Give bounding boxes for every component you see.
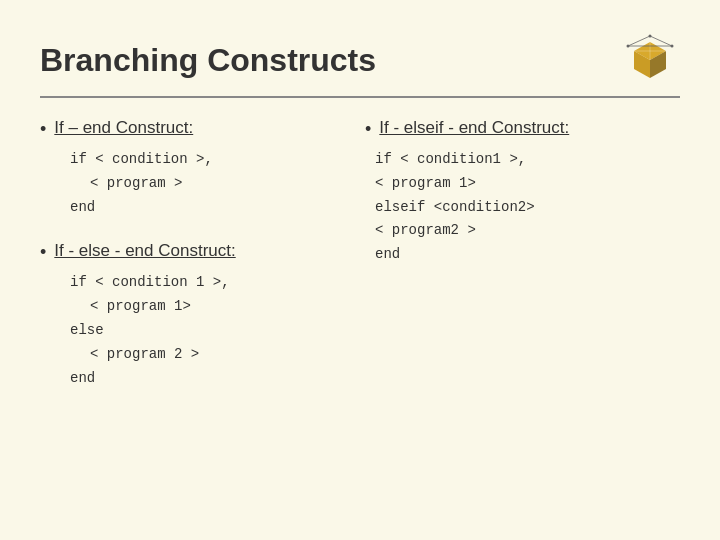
if-end-code-line-3: end <box>70 196 355 220</box>
if-end-label: If – end Construct: <box>54 118 193 138</box>
if-else-code-line-3: else <box>70 319 355 343</box>
if-end-code: if < condition >, < program > end <box>70 148 355 219</box>
if-end-code-line-2: < program > <box>90 172 355 196</box>
if-else-code-line-1: if < condition 1 >, <box>70 271 355 295</box>
if-elseif-code: if < condition1 >, < program 1> elseif <… <box>375 148 680 267</box>
if-elseif-label: If - elseif - end Construct: <box>379 118 569 138</box>
header: Branching Constructs <box>40 30 680 90</box>
if-elseif-code-line-2: < program 1> <box>375 172 680 196</box>
if-else-code-line-4: < program 2 > <box>90 343 355 367</box>
content-area: • If – end Construct: if < condition >, … <box>40 118 680 390</box>
bullet-dot-1: • <box>40 119 46 140</box>
if-elseif-bullet: • If - elseif - end Construct: <box>365 118 680 140</box>
left-column: • If – end Construct: if < condition >, … <box>40 118 355 390</box>
matlab-logo <box>620 30 680 90</box>
bullet-dot-2: • <box>40 242 46 263</box>
bullet-dot-3: • <box>365 119 371 140</box>
if-end-bullet: • If – end Construct: <box>40 118 355 140</box>
title-divider <box>40 96 680 98</box>
if-elseif-code-line-1: if < condition1 >, <box>375 148 680 172</box>
if-else-bullet: • If - else - end Construct: <box>40 241 355 263</box>
if-else-code-line-5: end <box>70 367 355 391</box>
if-elseif-code-line-5: end <box>375 243 680 267</box>
if-else-code-line-2: < program 1> <box>90 295 355 319</box>
slide-title: Branching Constructs <box>40 42 376 79</box>
if-else-code: if < condition 1 >, < program 1> else < … <box>70 271 355 390</box>
if-end-code-line-1: if < condition >, <box>70 148 355 172</box>
if-elseif-code-line-4: < program2 > <box>375 219 680 243</box>
right-column: • If - elseif - end Construct: if < cond… <box>365 118 680 390</box>
slide: Branching Constructs <box>0 0 720 540</box>
if-elseif-code-line-3: elseif <condition2> <box>375 196 680 220</box>
if-else-label: If - else - end Construct: <box>54 241 235 261</box>
